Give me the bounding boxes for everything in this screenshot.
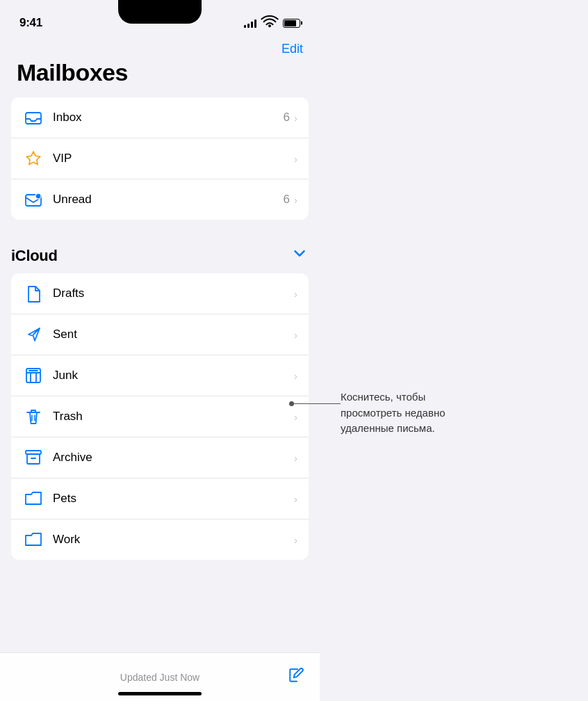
work-folder-icon bbox=[22, 529, 44, 551]
inbox-count: 6 bbox=[284, 111, 290, 124]
junk-row[interactable]: Junk › bbox=[11, 355, 309, 396]
trash-icon bbox=[22, 405, 44, 428]
drafts-icon bbox=[22, 282, 44, 305]
sent-row[interactable]: Sent › bbox=[11, 314, 309, 355]
trash-label: Trash bbox=[53, 410, 290, 424]
work-chevron: › bbox=[294, 534, 297, 546]
inbox-icon bbox=[22, 106, 44, 129]
svg-point-3 bbox=[35, 193, 41, 199]
sent-label: Sent bbox=[53, 328, 290, 341]
callout-line bbox=[292, 403, 341, 404]
inbox-chevron: › bbox=[294, 112, 297, 124]
vip-row[interactable]: VIP › bbox=[11, 138, 309, 179]
archive-row[interactable]: Archive › bbox=[11, 437, 309, 478]
svg-marker-1 bbox=[26, 152, 40, 165]
callout-text: Коснитесь, чтобы просмотреть недавно уда… bbox=[341, 391, 446, 434]
sent-icon bbox=[22, 323, 44, 346]
work-label: Work bbox=[53, 533, 290, 547]
callout-annotation: Коснитесь, чтобы просмотреть недавно уда… bbox=[341, 389, 480, 437]
page-title: Mailboxes bbox=[0, 56, 320, 97]
drafts-row[interactable]: Drafts › bbox=[11, 273, 309, 314]
status-icons bbox=[244, 13, 300, 33]
archive-chevron: › bbox=[294, 452, 297, 464]
trash-chevron: › bbox=[294, 411, 297, 423]
inbox-label: Inbox bbox=[53, 111, 284, 124]
pets-chevron: › bbox=[294, 493, 297, 505]
phone-screen: 9:41 Edit Mailboxe bbox=[0, 0, 320, 701]
update-status: Updated Just Now bbox=[0, 672, 320, 683]
icloud-mailboxes-section: Drafts › Sent › Junk bbox=[11, 273, 309, 560]
smart-mailboxes-section: Inbox 6 › VIP › Unread bbox=[11, 97, 309, 220]
vip-chevron: › bbox=[294, 153, 297, 165]
junk-chevron: › bbox=[294, 370, 297, 382]
icloud-collapse-icon[interactable] bbox=[291, 245, 309, 266]
notch bbox=[118, 0, 202, 24]
top-bar: Edit bbox=[0, 36, 320, 56]
unread-icon bbox=[22, 188, 44, 211]
status-time: 9:41 bbox=[19, 16, 42, 30]
work-row[interactable]: Work › bbox=[11, 519, 309, 560]
compose-button[interactable] bbox=[288, 666, 306, 688]
unread-count: 6 bbox=[284, 193, 290, 207]
battery-icon bbox=[283, 19, 300, 28]
pets-label: Pets bbox=[53, 492, 290, 506]
archive-label: Archive bbox=[53, 451, 290, 465]
sent-chevron: › bbox=[294, 329, 297, 341]
inbox-row[interactable]: Inbox 6 › bbox=[11, 97, 309, 138]
junk-icon bbox=[22, 364, 44, 387]
edit-button[interactable]: Edit bbox=[281, 42, 303, 56]
unread-label: Unread bbox=[53, 193, 284, 207]
trash-row[interactable]: Trash › bbox=[11, 396, 309, 437]
icloud-section-header[interactable]: iCloud bbox=[0, 231, 320, 273]
pets-row[interactable]: Pets › bbox=[11, 478, 309, 519]
svg-rect-0 bbox=[26, 113, 41, 124]
unread-row[interactable]: Unread 6 › bbox=[11, 179, 309, 220]
unread-chevron: › bbox=[294, 194, 297, 206]
icloud-title: iCloud bbox=[11, 247, 58, 265]
pets-folder-icon bbox=[22, 488, 44, 510]
signal-icon bbox=[244, 19, 256, 28]
vip-icon bbox=[22, 147, 44, 170]
drafts-label: Drafts bbox=[53, 287, 290, 300]
junk-label: Junk bbox=[53, 369, 290, 382]
svg-rect-9 bbox=[27, 454, 40, 464]
wifi-icon bbox=[261, 13, 279, 33]
drafts-chevron: › bbox=[294, 288, 297, 300]
archive-icon bbox=[22, 446, 44, 469]
home-indicator bbox=[118, 692, 202, 695]
vip-label: VIP bbox=[53, 152, 290, 166]
